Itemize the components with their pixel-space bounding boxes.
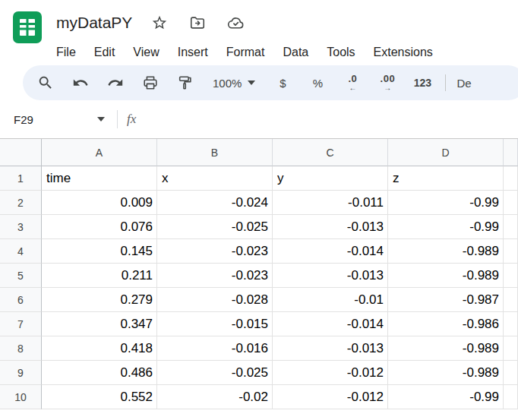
row-header[interactable]: 8 — [0, 336, 42, 361]
print-icon[interactable] — [134, 68, 167, 98]
cell[interactable]: -0.989 — [388, 336, 504, 361]
cell[interactable]: -0.016 — [157, 336, 273, 361]
paint-format-icon[interactable] — [169, 68, 202, 98]
cell[interactable]: 0.145 — [42, 239, 157, 264]
table-row: 4 0.145 -0.023 -0.014 -0.989 — [0, 239, 518, 264]
increase-decimal-icon: .00 → — [381, 74, 396, 92]
row-header[interactable]: 7 — [0, 312, 42, 336]
row-header[interactable]: 9 — [0, 361, 42, 385]
move-folder-icon[interactable] — [187, 12, 208, 33]
cell[interactable]: -0.987 — [388, 288, 504, 312]
cell[interactable]: time — [42, 166, 157, 191]
name-box[interactable]: F29 — [9, 108, 111, 131]
cell[interactable]: -0.014 — [273, 239, 388, 264]
undo-icon[interactable] — [64, 68, 97, 98]
document-title[interactable]: myDataPY — [56, 14, 132, 32]
cell[interactable] — [504, 288, 518, 312]
decrease-decimal-button[interactable]: .0 ← — [336, 68, 369, 98]
cell[interactable]: -0.01 — [273, 288, 388, 312]
sheets-logo-icon[interactable] — [11, 11, 44, 44]
column-header-a[interactable]: A — [42, 139, 157, 166]
cell[interactable]: y — [273, 166, 388, 191]
star-icon[interactable] — [149, 12, 170, 33]
cell[interactable]: -0.989 — [388, 361, 504, 385]
cell[interactable]: 0.279 — [42, 288, 157, 312]
format-percent-button[interactable]: % — [301, 68, 334, 98]
cell[interactable]: 0.211 — [42, 264, 157, 288]
cell[interactable]: z — [388, 166, 504, 191]
menu-edit[interactable]: Edit — [85, 46, 125, 59]
cloud-saved-icon[interactable] — [225, 12, 246, 33]
cell[interactable]: -0.012 — [273, 361, 388, 385]
cell[interactable] — [504, 239, 518, 264]
cell[interactable]: -0.99 — [388, 385, 504, 409]
cell[interactable]: -0.99 — [388, 191, 504, 215]
cell[interactable]: -0.023 — [157, 239, 273, 264]
cell[interactable]: 0.418 — [42, 336, 157, 361]
column-header-e-partial[interactable] — [504, 139, 518, 166]
cell[interactable]: -0.02 — [157, 385, 273, 409]
cell[interactable]: -0.023 — [157, 264, 273, 288]
cell[interactable]: 0.347 — [42, 312, 157, 336]
cell[interactable]: 0.552 — [42, 385, 157, 409]
menu-view[interactable]: View — [124, 46, 168, 59]
cell[interactable] — [504, 312, 518, 336]
row-header[interactable]: 1 — [0, 166, 42, 191]
chevron-down-icon — [248, 81, 255, 85]
cell[interactable]: -0.013 — [273, 336, 388, 361]
cell[interactable]: -0.989 — [388, 264, 504, 288]
menu-data[interactable]: Data — [273, 46, 317, 59]
cell[interactable]: -0.015 — [157, 312, 273, 336]
menu-insert[interactable]: Insert — [169, 46, 217, 59]
cell[interactable] — [504, 191, 518, 215]
menu-tools[interactable]: Tools — [317, 46, 364, 59]
column-header-b[interactable]: B — [157, 139, 273, 166]
cell[interactable]: -0.99 — [388, 215, 504, 239]
column-header-d[interactable]: D — [388, 139, 504, 166]
menu-format[interactable]: Format — [217, 46, 274, 59]
search-icon[interactable] — [29, 68, 62, 98]
font-selector[interactable]: De — [456, 77, 471, 90]
cell[interactable] — [504, 336, 518, 361]
row-header[interactable]: 3 — [0, 215, 42, 239]
decrease-decimal-icon: .0 ← — [348, 74, 357, 92]
cell[interactable]: -0.986 — [388, 312, 504, 336]
cell[interactable] — [504, 385, 518, 409]
format-currency-button[interactable]: $ — [266, 68, 299, 98]
column-header-c[interactable]: C — [273, 139, 388, 166]
cell[interactable]: -0.024 — [157, 191, 273, 215]
row-header[interactable]: 6 — [0, 288, 42, 312]
cell[interactable] — [504, 215, 518, 239]
row-header[interactable]: 10 — [0, 385, 42, 409]
zoom-value: 100% — [213, 77, 242, 90]
number-format-button[interactable]: 123 — [406, 68, 439, 98]
cell[interactable]: -0.025 — [157, 215, 273, 239]
increase-decimal-button[interactable]: .00 → — [371, 68, 404, 98]
cell[interactable]: -0.028 — [157, 288, 273, 312]
cell[interactable]: -0.013 — [273, 215, 388, 239]
fx-icon: fx — [127, 112, 136, 127]
cell[interactable]: -0.014 — [273, 312, 388, 336]
cell[interactable]: 0.009 — [42, 191, 157, 215]
row-header[interactable]: 2 — [0, 191, 42, 215]
row-header[interactable]: 4 — [0, 239, 42, 264]
cell[interactable]: -0.989 — [388, 239, 504, 264]
select-all-corner[interactable] — [0, 139, 42, 166]
cell[interactable] — [504, 166, 518, 191]
cell[interactable]: x — [157, 166, 273, 191]
cell[interactable]: -0.011 — [273, 191, 388, 215]
app-header: myDataPY File Edit View Insert — [0, 0, 518, 64]
cell[interactable] — [504, 361, 518, 385]
column-header-row: A B C D — [0, 139, 518, 166]
zoom-selector[interactable]: 100% — [204, 68, 264, 98]
cell[interactable]: -0.025 — [157, 361, 273, 385]
menu-file[interactable]: File — [47, 46, 85, 59]
cell[interactable]: 0.486 — [42, 361, 157, 385]
cell[interactable] — [504, 264, 518, 288]
cell[interactable]: -0.012 — [273, 385, 388, 409]
cell[interactable]: 0.076 — [42, 215, 157, 239]
menu-extensions[interactable]: Extensions — [365, 46, 442, 59]
row-header[interactable]: 5 — [0, 264, 42, 288]
cell[interactable]: -0.013 — [273, 264, 388, 288]
redo-icon[interactable] — [99, 68, 132, 98]
